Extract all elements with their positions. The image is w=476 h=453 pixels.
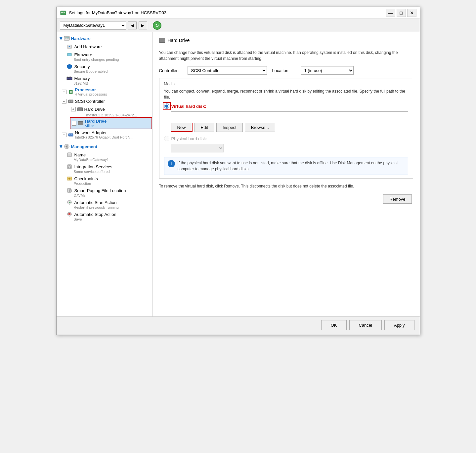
sidebar-item-memory[interactable]: Memory 8192 MB xyxy=(57,74,152,86)
hd1-expand[interactable]: + xyxy=(71,107,76,111)
auto-start-inner: Automatic Start Action xyxy=(66,199,150,205)
processor-expand[interactable]: + xyxy=(62,90,66,94)
hardware-section-header[interactable]: ✖ Hardware xyxy=(57,34,152,43)
back-button[interactable]: ◀ xyxy=(128,21,137,29)
sidebar-item-smart-paging[interactable]: Smart Paging File Location D:\VMs xyxy=(57,186,152,198)
minimize-button[interactable]: — xyxy=(386,9,395,17)
firmware-sub: Boot entry changes pending xyxy=(66,58,150,62)
auto-stop-icon xyxy=(66,211,72,217)
security-icon xyxy=(66,63,72,69)
checkpoints-icon xyxy=(66,176,72,182)
hd2-expand[interactable]: + xyxy=(72,121,76,126)
location-select[interactable]: 1 (in use) xyxy=(301,66,354,75)
new-button[interactable]: New xyxy=(171,123,193,132)
memory-label: Memory xyxy=(74,76,90,81)
sidebar-item-auto-stop[interactable]: Automatic Stop Action Save xyxy=(57,210,152,222)
sidebar-item-hard-drive-1[interactable]: + Hard Drive xyxy=(70,105,152,113)
auto-stop-label: Automatic Stop Action xyxy=(74,212,116,217)
phd-radio-row: Physical hard disk: xyxy=(164,136,408,141)
forward-button[interactable]: ▶ xyxy=(139,21,147,29)
window-title: Settings for MyDataBoxGateway1 on HCSSRV… xyxy=(69,10,167,15)
vm-selector[interactable]: MyDataBoxGateway1 xyxy=(60,21,126,30)
sidebar-item-integration[interactable]: Integration Services Some services offer… xyxy=(57,163,152,175)
checkpoints-inner: Checkpoints xyxy=(66,176,150,182)
ok-button[interactable]: OK xyxy=(321,320,347,330)
firmware-inner: Firmware xyxy=(66,52,150,58)
firmware-icon xyxy=(66,52,72,58)
integration-sub: Some services offered xyxy=(66,170,150,174)
info-icon: i xyxy=(168,160,175,167)
sidebar-item-name[interactable]: Name MyDataBoxGateway1 xyxy=(57,151,152,163)
integration-icon xyxy=(66,164,72,170)
sidebar-item-checkpoints[interactable]: Checkpoints Production xyxy=(57,175,152,186)
vhd-radio[interactable] xyxy=(164,103,169,109)
media-description: You can compact, convert, expand, merge,… xyxy=(164,88,408,100)
svg-rect-39 xyxy=(68,213,70,215)
remove-button[interactable]: Remove xyxy=(383,194,411,204)
auto-start-icon xyxy=(66,199,72,205)
svg-rect-27 xyxy=(67,153,71,157)
processor-icon xyxy=(68,89,74,95)
media-label: Media xyxy=(164,82,408,86)
svg-rect-22 xyxy=(69,134,70,135)
edit-button[interactable]: Edit xyxy=(195,123,214,132)
cancel-button[interactable]: Cancel xyxy=(349,320,382,330)
close-button[interactable]: ✕ xyxy=(407,9,416,17)
svg-rect-2 xyxy=(64,12,65,13)
phd-radio[interactable] xyxy=(164,136,169,141)
sidebar-item-security[interactable]: Security Secure Boot enabled xyxy=(57,62,152,74)
sidebar-item-auto-start[interactable]: Automatic Start Action Restart if previo… xyxy=(57,198,152,210)
vhd-path-input[interactable] xyxy=(171,111,408,120)
scsi-expand[interactable]: − xyxy=(62,99,66,103)
svg-rect-0 xyxy=(61,11,66,15)
svg-rect-11 xyxy=(69,77,69,78)
controller-select[interactable]: SCSI Controller xyxy=(188,66,267,75)
management-label: Management xyxy=(71,144,97,149)
sidebar-item-scsi-controller[interactable]: − SCSI Controller xyxy=(57,97,152,105)
memory-icon xyxy=(66,75,72,81)
apply-button[interactable]: Apply xyxy=(384,320,414,330)
controller-location-row: Controller: SCSI Controller Location: 1 … xyxy=(159,66,413,75)
sidebar-item-processor[interactable]: + Processor 4 Virtual processors xyxy=(57,86,152,97)
toolbar: MyDataBoxGateway1 ◀ ▶ ↻ xyxy=(57,19,420,32)
smart-paging-icon xyxy=(66,187,72,193)
checkpoints-sub: Production xyxy=(66,182,150,185)
bottom-bar: OK Cancel Apply xyxy=(57,316,420,335)
hd2-label: Hard Drive xyxy=(85,119,107,124)
sidebar-item-hard-drive-2[interactable]: + Hard Drive <file> xyxy=(70,117,152,129)
vhd-radio-label[interactable]: Virtual hard disk: xyxy=(171,104,206,109)
hd1-label: Hard Drive xyxy=(84,107,105,112)
net-expand[interactable]: + xyxy=(62,133,66,137)
sidebar-item-network-adapter[interactable]: + Network Adapter Intel(R) 82576 Gigabit… xyxy=(57,129,152,140)
remove-row: Remove xyxy=(159,194,413,204)
hardware-icon xyxy=(64,35,70,41)
phd-select[interactable] xyxy=(171,144,224,152)
location-label: Location: xyxy=(272,68,295,73)
main-content: ✖ Hardware + Add Hardwa xyxy=(57,32,420,316)
svg-rect-12 xyxy=(70,77,71,78)
scsi-label: SCSI Controller xyxy=(75,99,105,104)
inspect-button[interactable]: Inspect xyxy=(216,123,243,132)
phd-select-container xyxy=(164,144,408,152)
controller-label: Controller: xyxy=(159,68,182,73)
hardware-label: Hardware xyxy=(71,36,91,41)
svg-rect-17 xyxy=(70,91,72,93)
auto-start-label: Automatic Start Action xyxy=(74,200,117,205)
add-hardware-label: Add Hardware xyxy=(74,44,102,49)
sidebar-item-firmware[interactable]: Firmware Boot entry changes pending xyxy=(57,51,152,62)
svg-rect-20 xyxy=(71,101,72,102)
browse-button[interactable]: Browse... xyxy=(245,123,275,132)
app-icon xyxy=(60,10,66,16)
toolbar-divider xyxy=(150,22,150,29)
management-section-header[interactable]: ✖ Management xyxy=(57,142,152,151)
integration-inner: Integration Services xyxy=(66,164,150,170)
svg-rect-8 xyxy=(67,53,71,56)
vhd-radio-row: Virtual hard disk: xyxy=(164,103,408,109)
maximize-button[interactable]: □ xyxy=(397,9,406,17)
panel-title-row: Hard Drive xyxy=(159,37,413,46)
name-inner: Name xyxy=(66,152,150,158)
sidebar-item-add-hardware[interactable]: + Add Hardware xyxy=(57,43,152,51)
svg-rect-1 xyxy=(61,12,63,13)
memory-sub: 8192 MB xyxy=(66,81,150,85)
refresh-button[interactable]: ↻ xyxy=(153,21,161,30)
